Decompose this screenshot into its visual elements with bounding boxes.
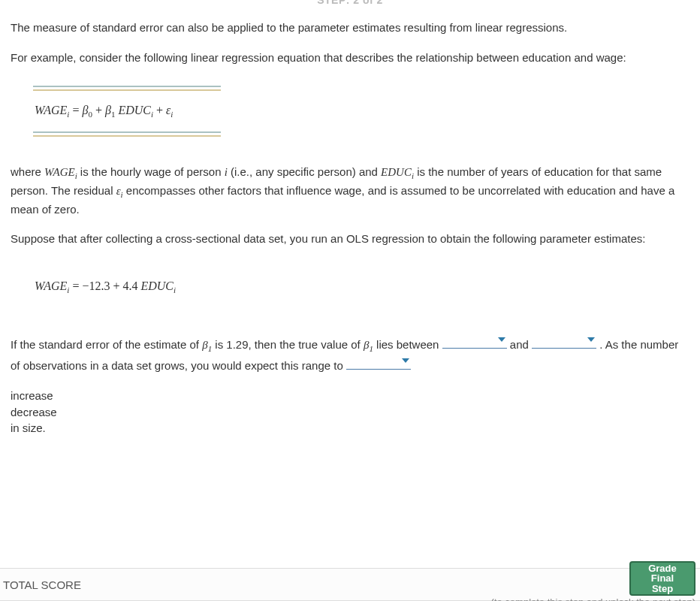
step-indicator: STEP: 2 of 2 — [0, 0, 700, 6]
equation-model: WAGEi = β0 + β1 EDUCi + εi — [33, 86, 221, 137]
paragraph-1: The measure of standard error can also b… — [11, 20, 689, 36]
paragraph-3: where WAGEi is the hourly wage of person… — [11, 164, 689, 218]
footer-bar: TOTAL SCORE Grade FinalStep (to complete… — [0, 568, 700, 601]
paragraph-2: For example, consider the following line… — [11, 50, 689, 66]
dropdown-upper-bound[interactable] — [532, 334, 596, 349]
dropdown-range-direction[interactable] — [346, 355, 411, 370]
dropdown-lower-bound[interactable] — [442, 334, 507, 349]
dropdown-option-increase[interactable]: increase — [11, 388, 689, 404]
chevron-down-icon — [402, 358, 409, 363]
equation-estimates: WAGEi = −12.3 + 4.4 EDUCi — [33, 267, 221, 307]
grade-hint-text: (to complete this step and unlock the ne… — [491, 596, 695, 601]
equation-1-text: WAGEi = β0 + β1 EDUCi + εi — [33, 91, 221, 131]
eq-rule-top — [33, 86, 221, 87]
grade-final-step-button[interactable]: Grade FinalStep — [629, 561, 695, 596]
question-body: The measure of standard error can also b… — [0, 6, 700, 436]
equation-2-text: WAGEi = −12.3 + 4.4 EDUCi — [33, 267, 221, 307]
paragraph-4: Suppose that after collecting a cross-se… — [11, 231, 689, 247]
eq-rule-bot2 — [33, 135, 221, 137]
question-sentence: If the standard error of the estimate of… — [11, 334, 689, 374]
total-score-label: TOTAL SCORE — [0, 578, 81, 591]
chevron-down-icon — [498, 337, 505, 342]
dropdown-option-decrease[interactable]: decrease — [11, 404, 689, 421]
eq-rule-bot — [33, 131, 221, 133]
chevron-down-icon — [587, 337, 595, 342]
